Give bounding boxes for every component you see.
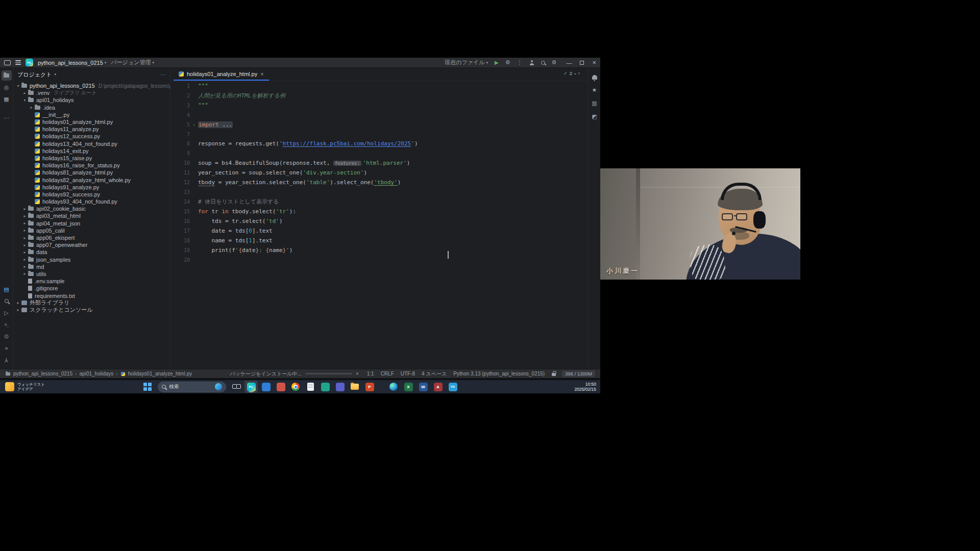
taskbar-app-blue-icon[interactable] [259, 381, 273, 393]
tree-item-.idea[interactable]: ▸.idea [13, 104, 170, 111]
commit-icon[interactable]: ◎ [2, 82, 12, 92]
memory-indicator[interactable]: 396 / 1300M [562, 370, 595, 377]
code-line-16[interactable]: 16 tds = tr.select('td') [170, 216, 588, 226]
status-item[interactable]: CRLF [381, 371, 394, 377]
code-line-1[interactable]: 1""" [170, 81, 588, 91]
tree-item-requirements.txt[interactable]: requirements.txt [13, 292, 170, 299]
tree-chevron-icon[interactable]: ▸ [22, 250, 28, 255]
version-control-icon[interactable]: Y [2, 355, 12, 365]
tree-item-python_api_lessons_0215[interactable]: ▾python_api_lessons_0215D:\projects\gala… [13, 82, 170, 89]
search-everywhere-icon[interactable] [541, 61, 545, 65]
code-line-5[interactable]: 5›import ... [170, 120, 588, 130]
cancel-task-icon[interactable]: × [356, 371, 359, 377]
tree-chevron-icon[interactable]: ▸ [22, 236, 28, 240]
breadcrumb-item[interactable]: holidays01_analyze_html.py [128, 371, 192, 377]
code-line-14[interactable]: 14# 休日をリストとして表示する [170, 197, 588, 207]
tree-item-.venv[interactable]: ▸.venvライブラリ ルート [13, 89, 170, 96]
code-line-20[interactable]: 20 [170, 255, 588, 265]
code-line-4[interactable]: 4 [170, 110, 588, 120]
vcs-widget[interactable]: バージョン管理 ▾ [111, 59, 154, 66]
taskbar-word-icon[interactable]: W [416, 381, 430, 393]
structure-icon[interactable]: ▦ [2, 94, 12, 104]
tree-chevron-icon[interactable]: ▸ [22, 243, 28, 247]
status-item[interactable]: 4 スペース [422, 370, 447, 378]
taskbar-chrome-icon[interactable] [289, 381, 302, 393]
taskbar-excel-icon[interactable]: X [402, 381, 415, 393]
panel-options-icon[interactable]: ⋯ [160, 71, 166, 78]
breadcrumb-item[interactable]: api01_holidays [80, 371, 114, 377]
taskbar-notepad-icon[interactable] [304, 381, 317, 393]
database-icon[interactable]: ▥ [590, 98, 600, 108]
tree-item-md[interactable]: ▸md [13, 263, 170, 270]
minimize-button[interactable]: — [566, 60, 572, 66]
breadcrumb-item[interactable]: python_api_lessons_0215 [13, 371, 72, 377]
code-line-3[interactable]: 3""" [170, 101, 588, 110]
taskbar-edge-icon[interactable] [387, 381, 400, 393]
widgets-button[interactable]: ウォッチリスト アイデア [3, 380, 47, 393]
tree-item-holidays91_analyze.py[interactable]: holidays91_analyze.py [13, 184, 170, 191]
notifications-icon[interactable] [590, 71, 600, 82]
close-button[interactable]: × [592, 59, 596, 66]
code-line-19[interactable]: 19 print(f'{date}: {name}') [170, 245, 588, 255]
taskbar-task-view-icon[interactable] [230, 381, 243, 393]
tree-chevron-icon[interactable]: ▸ [22, 214, 28, 218]
code-line-7[interactable]: 7 [170, 130, 588, 139]
search-everywhere-icon[interactable] [2, 296, 12, 306]
tree-item-holidays16_raise_for_status.py[interactable]: holidays16_raise_for_status.py [13, 162, 170, 169]
run-icon[interactable]: ▷ [2, 308, 12, 318]
status-item[interactable]: 1:1 [367, 371, 374, 377]
inspections-widget[interactable]: ✓ 2 ▴ ▾ [564, 70, 580, 76]
tree-item-外部ライブラリ[interactable]: ▸外部ライブラリ [13, 299, 170, 307]
project-switcher[interactable]: python_api_lessons_0215 ▾ [38, 60, 106, 66]
tree-item-.env.sample[interactable]: .env.sample [13, 278, 170, 285]
taskbar-app-violet-icon[interactable] [333, 381, 347, 393]
problems-icon[interactable]: ⊙ [2, 331, 12, 341]
project-panel-header[interactable]: プロジェクト ▾ ⋯ [13, 69, 170, 80]
tree-chevron-icon[interactable]: ▾ [15, 84, 21, 88]
taskbar-pycharm-icon[interactable]: PC [244, 381, 258, 393]
more-run-options-icon[interactable]: ⚙ [505, 59, 510, 66]
tree-chevron-icon[interactable]: ▸ [22, 228, 28, 233]
next-problem-icon[interactable]: ▾ [578, 71, 580, 76]
taskbar-explorer-icon[interactable] [348, 381, 361, 393]
start-button[interactable] [141, 381, 154, 393]
project-icon[interactable] [2, 70, 12, 81]
maximize-button[interactable] [580, 61, 584, 65]
fold-marker-icon[interactable]: › [190, 122, 198, 128]
ai-assistant-icon[interactable]: ★ [590, 85, 600, 95]
code-line-18[interactable]: 18 name = tds[1].text [170, 236, 588, 245]
tree-item-json_samples[interactable]: ▸json_samples [13, 256, 170, 263]
tree-item-holidays12_success.py[interactable]: holidays12_success.py [13, 133, 170, 140]
code-line-15[interactable]: 15for tr in tbody.select('tr'): [170, 207, 588, 216]
code-line-9[interactable]: 9 [170, 148, 588, 158]
tree-item-.gitignore[interactable]: .gitignore [13, 285, 170, 292]
taskbar-vscode-icon[interactable]: VS [446, 381, 459, 393]
tree-item-holidays92_success.py[interactable]: holidays92_success.py [13, 191, 170, 198]
taskbar-app-red-icon[interactable] [274, 381, 287, 393]
tree-chevron-icon[interactable]: ▸ [22, 91, 28, 95]
prev-problem-icon[interactable]: ▴ [574, 71, 576, 76]
taskbar-app-teal-icon[interactable] [318, 381, 332, 393]
taskbar-powerpoint-icon[interactable]: P [363, 381, 376, 393]
run-button[interactable]: ▶ [495, 60, 499, 65]
tree-item-holidays01_analyze_html.py[interactable]: holidays01_analyze_html.py [13, 118, 170, 126]
taskbar-clock[interactable]: 10:50 2025/02/15 [574, 380, 596, 393]
code-line-8[interactable]: 8response = requests.get('https://flask.… [170, 139, 588, 149]
tree-item-api03_metal_html[interactable]: ▸api03_metal_html [13, 212, 170, 219]
tree-item-holidays93_404_not_found.py[interactable]: holidays93_404_not_found.py [13, 198, 170, 205]
terminal-icon[interactable]: >_ [2, 319, 12, 330]
code-with-me-icon[interactable] [529, 60, 534, 65]
tree-item-__init__.py[interactable]: __init__.py [13, 111, 170, 118]
tree-chevron-icon[interactable]: ▸ [22, 207, 28, 211]
tree-item-holidays15_raise.py[interactable]: holidays15_raise.py [13, 155, 170, 162]
close-tab-icon[interactable]: × [260, 71, 263, 77]
tree-chevron-icon[interactable]: ▸ [22, 271, 28, 276]
tree-item-スクラッチとコンソール[interactable]: ▸スクラッチとコンソール [13, 307, 170, 314]
taskbar-access-icon[interactable]: A [431, 381, 445, 393]
run-configuration-selector[interactable]: 現在のファイル ▾ [445, 59, 488, 66]
tree-item-utils[interactable]: ▸utils [13, 270, 170, 278]
code-line-2[interactable]: 2人間が見る用のHTMLを解析する例 [170, 91, 588, 101]
tree-item-holidays11_analyze.py[interactable]: holidays11_analyze.py [13, 126, 170, 133]
tree-item-holidays82_analyze_html_whole.py[interactable]: holidays82_analyze_html_whole.py [13, 176, 170, 183]
taskbar-search[interactable]: 検索 [158, 382, 226, 392]
